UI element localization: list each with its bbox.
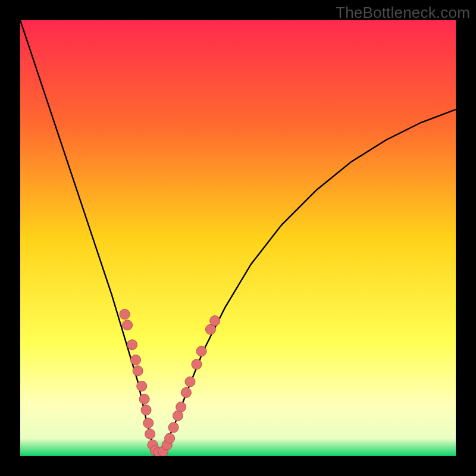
data-marker: [130, 355, 140, 365]
plot-area: [20, 20, 456, 456]
data-marker: [137, 381, 147, 391]
data-marker: [165, 433, 175, 443]
data-marker: [143, 418, 154, 428]
data-marker: [185, 377, 195, 387]
data-marker: [168, 422, 178, 433]
data-marker: [139, 394, 149, 404]
data-marker: [181, 387, 191, 397]
chart-svg: [20, 20, 456, 456]
attribution-label: TheBottleneck.com: [336, 4, 470, 22]
data-marker: [192, 359, 202, 369]
data-marker: [133, 366, 143, 376]
data-marker: [123, 320, 133, 330]
data-marker: [120, 309, 130, 320]
marker-layer: [120, 309, 220, 456]
bottleneck-curve: [20, 20, 456, 453]
chart-frame: TheBottleneck.com: [0, 0, 476, 476]
data-marker: [145, 429, 155, 439]
data-marker: [196, 346, 206, 356]
data-marker: [141, 405, 151, 415]
data-marker: [127, 340, 137, 350]
data-marker: [210, 316, 220, 326]
data-marker: [176, 402, 186, 412]
